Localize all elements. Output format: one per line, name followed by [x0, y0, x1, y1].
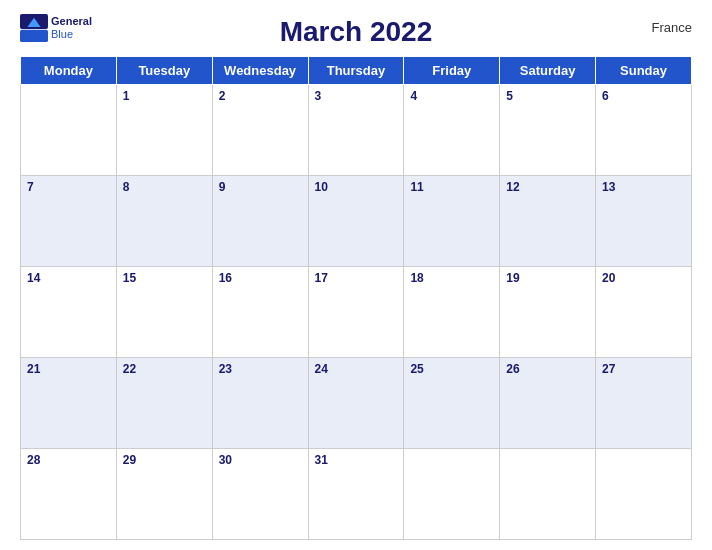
calendar-week-row: 14151617181920 [21, 267, 692, 358]
calendar-day-cell [500, 449, 596, 540]
day-number: 18 [410, 271, 423, 285]
day-number: 10 [315, 180, 328, 194]
logo-icon [20, 14, 48, 42]
country-label: France [652, 20, 692, 35]
calendar-day-cell: 24 [308, 358, 404, 449]
day-number: 6 [602, 89, 609, 103]
day-number: 22 [123, 362, 136, 376]
calendar-day-cell: 16 [212, 267, 308, 358]
day-number: 8 [123, 180, 130, 194]
calendar-day-cell: 18 [404, 267, 500, 358]
calendar-day-cell: 3 [308, 85, 404, 176]
page-header: General Blue March 2022 France [20, 10, 692, 48]
calendar-day-cell: 22 [116, 358, 212, 449]
day-number: 2 [219, 89, 226, 103]
calendar-day-cell: 7 [21, 176, 117, 267]
calendar-day-cell: 10 [308, 176, 404, 267]
calendar-day-cell: 12 [500, 176, 596, 267]
day-number: 11 [410, 180, 423, 194]
day-number: 9 [219, 180, 226, 194]
calendar-day-cell: 15 [116, 267, 212, 358]
weekday-header-row: Monday Tuesday Wednesday Thursday Friday… [21, 57, 692, 85]
calendar-week-row: 28293031 [21, 449, 692, 540]
weekday-wednesday: Wednesday [212, 57, 308, 85]
calendar-week-row: 123456 [21, 85, 692, 176]
calendar-day-cell: 6 [596, 85, 692, 176]
day-number: 28 [27, 453, 40, 467]
day-number: 29 [123, 453, 136, 467]
calendar-day-cell: 27 [596, 358, 692, 449]
day-number: 30 [219, 453, 232, 467]
day-number: 7 [27, 180, 34, 194]
day-number: 24 [315, 362, 328, 376]
calendar-day-cell: 9 [212, 176, 308, 267]
logo: General Blue [20, 14, 92, 42]
calendar-week-row: 78910111213 [21, 176, 692, 267]
day-number: 16 [219, 271, 232, 285]
calendar-day-cell: 19 [500, 267, 596, 358]
day-number: 13 [602, 180, 615, 194]
day-number: 12 [506, 180, 519, 194]
calendar-day-cell: 1 [116, 85, 212, 176]
weekday-thursday: Thursday [308, 57, 404, 85]
day-number: 19 [506, 271, 519, 285]
calendar-day-cell: 8 [116, 176, 212, 267]
calendar-title: March 2022 [280, 16, 433, 48]
weekday-saturday: Saturday [500, 57, 596, 85]
day-number: 31 [315, 453, 328, 467]
calendar-day-cell: 11 [404, 176, 500, 267]
day-number: 25 [410, 362, 423, 376]
day-number: 4 [410, 89, 417, 103]
calendar-day-cell: 30 [212, 449, 308, 540]
day-number: 17 [315, 271, 328, 285]
calendar-day-cell [404, 449, 500, 540]
calendar-day-cell: 25 [404, 358, 500, 449]
day-number: 23 [219, 362, 232, 376]
calendar-day-cell [21, 85, 117, 176]
day-number: 26 [506, 362, 519, 376]
calendar-day-cell: 31 [308, 449, 404, 540]
day-number: 20 [602, 271, 615, 285]
svg-rect-2 [20, 30, 48, 42]
calendar-day-cell: 5 [500, 85, 596, 176]
day-number: 14 [27, 271, 40, 285]
day-number: 21 [27, 362, 40, 376]
weekday-monday: Monday [21, 57, 117, 85]
weekday-sunday: Sunday [596, 57, 692, 85]
day-number: 3 [315, 89, 322, 103]
calendar-day-cell: 21 [21, 358, 117, 449]
calendar-day-cell: 20 [596, 267, 692, 358]
calendar-day-cell: 26 [500, 358, 596, 449]
calendar-week-row: 21222324252627 [21, 358, 692, 449]
calendar-table: Monday Tuesday Wednesday Thursday Friday… [20, 56, 692, 540]
weekday-tuesday: Tuesday [116, 57, 212, 85]
calendar-day-cell: 2 [212, 85, 308, 176]
calendar-day-cell [596, 449, 692, 540]
calendar-day-cell: 14 [21, 267, 117, 358]
day-number: 15 [123, 271, 136, 285]
day-number: 1 [123, 89, 130, 103]
calendar-day-cell: 29 [116, 449, 212, 540]
calendar-day-cell: 13 [596, 176, 692, 267]
day-number: 5 [506, 89, 513, 103]
calendar-day-cell: 28 [21, 449, 117, 540]
calendar-day-cell: 17 [308, 267, 404, 358]
calendar-day-cell: 23 [212, 358, 308, 449]
day-number: 27 [602, 362, 615, 376]
weekday-friday: Friday [404, 57, 500, 85]
logo-text: General Blue [51, 15, 92, 41]
calendar-day-cell: 4 [404, 85, 500, 176]
